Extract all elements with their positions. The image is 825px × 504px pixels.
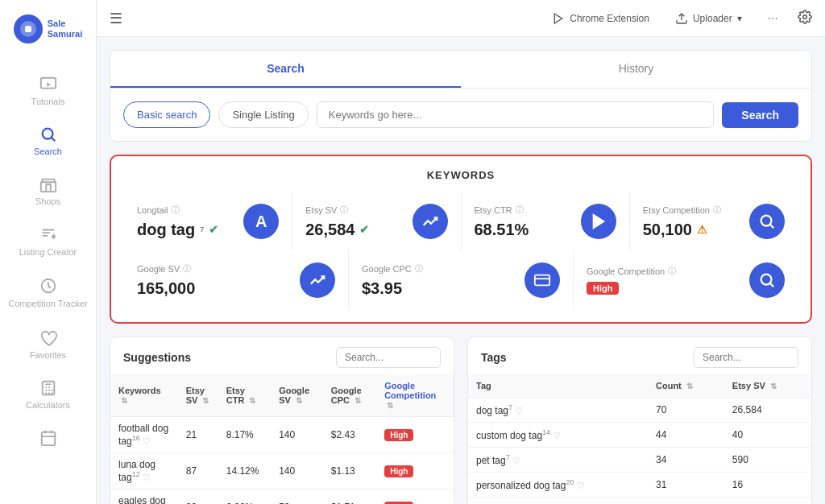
etsy-sv-info-icon[interactable]: ⓘ xyxy=(340,204,348,216)
tags-title: Tags xyxy=(481,351,507,364)
tag-etsy-sv-cell: 16 xyxy=(724,473,811,498)
google-cpc-cell: $1.71 xyxy=(323,490,376,505)
tab-history[interactable]: History xyxy=(461,51,811,88)
etsy-competition-label: Etsy Competition xyxy=(643,205,710,215)
etsy-ctr-sort-icon[interactable]: ⇅ xyxy=(249,396,255,405)
tags-col-etsy-sv: Etsy SV ⇅ xyxy=(724,374,811,398)
single-listing-btn[interactable]: Single Listing xyxy=(218,101,308,128)
sidebar-item-listing-creator[interactable]: Listing Creator xyxy=(0,217,96,266)
tabs-header: Search History xyxy=(110,51,811,89)
google-comp-sort-icon[interactable]: ⇅ xyxy=(387,401,393,410)
sidebar-item-calendar[interactable] xyxy=(0,421,96,458)
etsy-competition-icon xyxy=(749,204,785,239)
table-row: luna dog tag12 ♡ 87 14.12% 140 $1.13 Hig… xyxy=(110,453,454,490)
sidebar-item-competition-tracker[interactable]: Competition Tracker xyxy=(0,269,96,317)
etsy-competition-info-icon[interactable]: ⓘ xyxy=(713,204,721,216)
sidebar-item-tutorials-label: Tutorials xyxy=(31,97,65,106)
google-sv-info-icon[interactable]: ⓘ xyxy=(183,263,191,275)
search-button[interactable]: Search xyxy=(722,102,798,128)
tag-name-cell: pet tag7 ♡ xyxy=(468,448,648,473)
basic-search-btn[interactable]: Basic search xyxy=(123,101,210,128)
count-sort-icon[interactable]: ⇅ xyxy=(686,382,693,390)
content-area: Search History Basic search Single Listi… xyxy=(97,37,825,504)
tag-count-cell: 31 xyxy=(648,473,724,498)
google-cpc-sort-icon[interactable]: ⇅ xyxy=(354,396,361,405)
competition-cell: High xyxy=(376,490,454,505)
etsy-ctr-info-icon[interactable]: ⓘ xyxy=(516,204,524,216)
google-cpc-value: $3.95 xyxy=(362,279,423,298)
settings-icon[interactable] xyxy=(798,10,812,27)
etsy-sv-sort-icon[interactable]: ⇅ xyxy=(202,396,209,405)
tag-name-cell: dog tag7 ♡ xyxy=(468,398,648,423)
suggestions-title: Suggestions xyxy=(123,351,191,364)
google-sv-cell: 140 xyxy=(271,453,323,490)
kw-card-google-cpc: Google CPC ⓘ $3.95 xyxy=(349,251,573,309)
heart-icon[interactable]: ♡ xyxy=(143,473,151,482)
sidebar-item-tutorials[interactable]: Tutorials xyxy=(0,68,96,114)
kw-card-etsy-ctr: Etsy CTR ⓘ 68.51% xyxy=(462,192,629,250)
dots-btn[interactable]: ··· xyxy=(761,8,785,29)
etsy-sv-cell: 21 xyxy=(178,417,218,453)
etsy-ctr-icon xyxy=(581,204,616,239)
sidebar-item-calculators[interactable]: Calculators xyxy=(0,371,96,418)
kw-card-google-sv: Google SV ⓘ 165,000 xyxy=(124,251,348,309)
google-cpc-info-icon[interactable]: ⓘ xyxy=(415,263,423,275)
etsy-ctr-label: Etsy CTR xyxy=(475,205,512,215)
col-google-sv: Google SV ⇅ xyxy=(271,374,323,417)
sidebar-item-favorites[interactable]: Favorites xyxy=(0,321,96,368)
google-competition-label: Google Competition xyxy=(587,266,665,276)
svg-rect-12 xyxy=(535,275,549,286)
uploader-btn[interactable]: Uploader ▾ xyxy=(669,9,748,28)
tags-col-count: Count ⇅ xyxy=(648,374,724,398)
keywords-input[interactable] xyxy=(317,101,715,128)
tab-content: Basic search Single Listing Search xyxy=(110,89,811,141)
tags-search[interactable] xyxy=(694,347,798,368)
sidebar-item-search[interactable]: Search xyxy=(0,118,96,164)
hamburger-menu[interactable]: ☰ xyxy=(110,10,122,27)
google-competition-info-icon[interactable]: ⓘ xyxy=(668,266,676,277)
col-google-cpc: Google CPC ⇅ xyxy=(323,374,376,417)
tags-table: Tag Count ⇅ Etsy SV ⇅ dog tag7 ♡ 70 26,5… xyxy=(468,374,811,498)
tag-etsy-sv-cell: 40 xyxy=(724,423,811,448)
google-sv-cell: 140 xyxy=(271,417,323,453)
svg-marker-8 xyxy=(555,14,562,23)
etsy-sv-tags-sort-icon[interactable]: ⇅ xyxy=(770,382,777,390)
sidebar-item-competition-tracker-label: Competition Tracker xyxy=(8,298,87,309)
etsy-ctr-cell: 14.12% xyxy=(218,453,271,490)
google-sv-icon xyxy=(300,262,335,298)
keywords-sort-icon[interactable]: ⇅ xyxy=(121,396,127,405)
svg-point-13 xyxy=(761,275,772,285)
google-competition-badge: High xyxy=(587,282,619,295)
google-cpc-icon xyxy=(524,262,560,298)
table-row: football dog tag16 ♡ 21 8.17% 140 $2.43 … xyxy=(110,417,454,453)
main-content: ☰ Chrome Extension Uploader ▾ ··· Search… xyxy=(97,0,825,504)
tag-heart-icon[interactable]: ♡ xyxy=(553,431,561,440)
longtail-info-icon[interactable]: ⓘ xyxy=(172,204,180,216)
bottom-grid: Suggestions Keywords ⇅ Etsy SV ⇅ Etsy CT… xyxy=(110,337,812,504)
sidebar: Sale Samurai Tutorials Search Shops List… xyxy=(0,0,97,504)
upload-icon xyxy=(675,12,688,25)
tag-heart-icon[interactable]: ♡ xyxy=(515,406,523,415)
chrome-extension-btn[interactable]: Chrome Extension xyxy=(545,9,656,28)
competition-cell: High xyxy=(376,417,454,453)
sidebar-item-search-label: Search xyxy=(34,147,62,156)
tab-search[interactable]: Search xyxy=(110,51,461,88)
sidebar-item-favorites-label: Favorites xyxy=(30,350,66,360)
tag-heart-icon[interactable]: ♡ xyxy=(512,456,520,465)
suggestions-panel: Suggestions Keywords ⇅ Etsy SV ⇅ Etsy CT… xyxy=(110,337,454,504)
svg-point-11 xyxy=(761,216,772,226)
google-cpc-cell: $2.43 xyxy=(323,417,376,453)
etsy-competition-warn-icon: ⚠ xyxy=(697,223,707,236)
google-competition-icon xyxy=(749,262,785,298)
list-item: personalized dog tag20 ♡ 31 16 xyxy=(468,473,811,498)
suggestions-search[interactable] xyxy=(336,347,441,368)
svg-point-10 xyxy=(803,15,807,19)
list-item: pet tag7 ♡ 34 590 xyxy=(468,448,811,473)
heart-icon[interactable]: ♡ xyxy=(143,436,151,446)
google-sv-sort-icon[interactable]: ⇅ xyxy=(296,396,302,405)
etsy-sv-icon xyxy=(412,204,448,239)
sidebar-item-shops[interactable]: Shops xyxy=(0,167,96,214)
kw-card-etsy-sv: Etsy SV ⓘ 26,584 ✔ xyxy=(292,192,460,250)
tag-heart-icon[interactable]: ♡ xyxy=(577,481,585,490)
kw-card-etsy-competition: Etsy Competition ⓘ 50,100 ⚠ xyxy=(630,192,798,250)
